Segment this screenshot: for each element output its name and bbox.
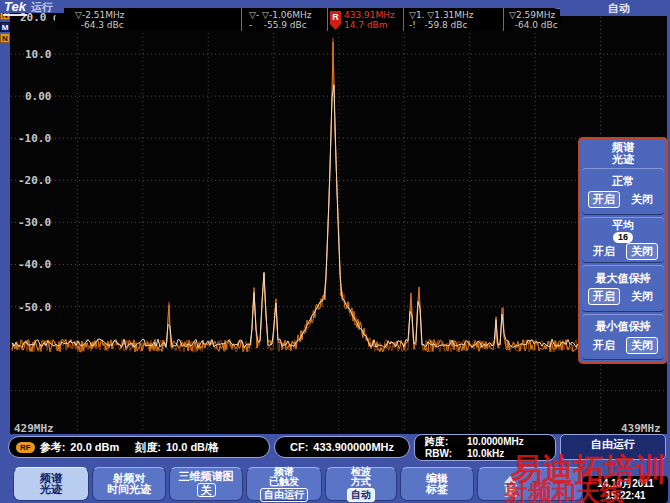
trace-panel-group: 最小值保持开启关闭 bbox=[582, 314, 664, 361]
rf-badge: RF bbox=[16, 442, 35, 453]
option-on-button[interactable]: 开启 bbox=[588, 243, 620, 260]
trace-panel-group: 正常开启关闭 bbox=[582, 168, 664, 215]
option-off-button[interactable]: 关闭 bbox=[626, 288, 658, 305]
option-off-button[interactable]: 关闭 bbox=[626, 191, 658, 208]
ref-value: 20.0 dBm bbox=[70, 441, 119, 453]
y-axis-label: 0.00 bbox=[25, 90, 52, 103]
auto-mode-label: 自动 bbox=[608, 1, 630, 16]
x-axis-left-label: 429MHz bbox=[14, 422, 54, 435]
on-off-row: 开启关闭 bbox=[582, 337, 664, 354]
on-off-row: 开启关闭 bbox=[582, 243, 664, 260]
softkey-label-line: 三维频谱图 bbox=[179, 471, 234, 482]
panel-title: 频谱 光迹 bbox=[581, 140, 665, 167]
option-on-button[interactable]: 开启 bbox=[588, 288, 620, 305]
scale-value: 10.0 dB/格 bbox=[166, 440, 219, 455]
reference-marker-readout: R433.91MHz14.7 dBm bbox=[327, 8, 403, 31]
span-label: 跨度: bbox=[425, 436, 467, 448]
trace-panel-group-label: 正常 bbox=[612, 175, 634, 187]
run-status-label: 运行 bbox=[31, 0, 53, 15]
softkey-state-box: 关 bbox=[197, 483, 216, 497]
softkey-label-line: 检波 bbox=[351, 467, 371, 477]
cf-value: 433.900000MHz bbox=[313, 441, 394, 453]
marker-readout-bar: ▽-2.51MHz -64.3 dBc▽- ▽-1.06MHz- -55.9 d… bbox=[55, 8, 563, 31]
y-axis-label: -50.0 bbox=[18, 301, 51, 314]
option-on-button[interactable]: 开启 bbox=[588, 191, 620, 208]
option-off-button[interactable]: 关闭 bbox=[626, 337, 658, 354]
span-value: 10.0000MHz bbox=[467, 436, 524, 448]
center-frequency-pill: CF: 433.900000MHz bbox=[274, 436, 410, 458]
softkey-button[interactable]: 射频对时间光迹 bbox=[92, 467, 166, 501]
softkey-label-line: 光迹 bbox=[40, 484, 62, 495]
watermark-line2: 射频和天线 bbox=[504, 477, 624, 503]
header-right: 自动 bbox=[560, 0, 670, 16]
delta-marker-readout: ▽2.59MHz -64.0 dBc bbox=[503, 8, 563, 31]
rbw-label: RBW: bbox=[425, 448, 467, 460]
softkey-label-line: 频谱 bbox=[274, 467, 294, 477]
cf-label: CF: bbox=[290, 441, 308, 453]
softkey-button[interactable]: 频谱光迹 bbox=[13, 467, 89, 501]
y-axis-label: -10.0 bbox=[18, 132, 51, 145]
panel-title-line2: 光迹 bbox=[612, 153, 634, 165]
option-on-button[interactable]: 开启 bbox=[588, 337, 620, 354]
reference-marker-icon: R bbox=[330, 11, 341, 30]
softkey-label-line: 方式 bbox=[351, 477, 371, 487]
x-axis-right-label: 439MHz bbox=[621, 422, 661, 435]
ref-label: 参考: bbox=[40, 440, 66, 455]
softkey-button[interactable]: 频谱已触发自由运行 bbox=[246, 467, 322, 501]
tek-logo: Tek bbox=[3, 0, 27, 16]
rf-reference-pill: RF 参考: 20.0 dBm 刻度: 10.0 dB/格 bbox=[8, 436, 270, 458]
average-count-badge: 16 bbox=[613, 232, 633, 243]
y-axis-label: -20.0 bbox=[18, 174, 51, 187]
softkey-state-box: 自动 bbox=[347, 488, 375, 502]
spectrum-analyzer-screen: { "header": { "logo": "Tek", "run_status… bbox=[0, 0, 670, 503]
delta-marker-readout: ▽- ▽-1.06MHz- -55.9 dBc bbox=[241, 8, 327, 31]
header-left: Tek 运行 bbox=[0, 0, 64, 13]
on-off-row: 开启关闭 bbox=[582, 191, 664, 208]
spectrum-plot bbox=[10, 8, 667, 434]
delta-marker-readout: ▽1. ▽1.31MHz-! -59.8 dBc bbox=[403, 8, 503, 31]
rbw-value: 10.0kHz bbox=[467, 448, 504, 460]
panel-groups: 正常开启关闭平均16开启关闭最大值保持开启关闭最小值保持开启关闭 bbox=[581, 167, 665, 361]
softkey-button[interactable]: 三维频谱图关 bbox=[169, 467, 243, 501]
spectrum-trace-panel: 频谱 光迹 正常开启关闭平均16开启关闭最大值保持开启关闭最小值保持开启关闭 bbox=[578, 137, 668, 364]
panel-title-line1: 频谱 bbox=[612, 141, 634, 153]
trace-panel-group-label: 最小值保持 bbox=[596, 320, 651, 332]
softkey-label-line: 时间光迹 bbox=[107, 484, 151, 495]
softkey-state-box: 自由运行 bbox=[260, 488, 308, 502]
reference-marker-text: 433.91MHz14.7 dBm bbox=[344, 10, 395, 31]
delta-marker-readout: ▽-2.51MHz -64.3 dBc bbox=[55, 8, 241, 31]
softkey-button[interactable]: 编辑标签 bbox=[400, 467, 474, 501]
trace-indicator-badge: M bbox=[0, 22, 10, 32]
trace-panel-group-label: 平均 bbox=[612, 219, 634, 231]
trace-panel-group: 平均16开启关闭 bbox=[582, 217, 664, 264]
option-off-button[interactable]: 关闭 bbox=[626, 243, 658, 260]
trace-indicator-badge: N bbox=[0, 33, 10, 43]
scale-label: 刻度: bbox=[135, 440, 161, 455]
trace-panel-group-label: 最大值保持 bbox=[596, 272, 651, 284]
y-axis-label: 10.0 bbox=[25, 48, 52, 61]
on-off-row: 开启关闭 bbox=[582, 288, 664, 305]
softkey-button[interactable]: 检波方式自动 bbox=[325, 467, 397, 501]
y-axis-label: -30.0 bbox=[18, 216, 51, 229]
softkey-label-line: 标签 bbox=[426, 484, 448, 495]
y-axis-label: -40.0 bbox=[18, 258, 51, 271]
trace-panel-group: 最大值保持开启关闭 bbox=[582, 265, 664, 312]
softkey-label-line: 已触发 bbox=[269, 477, 299, 487]
